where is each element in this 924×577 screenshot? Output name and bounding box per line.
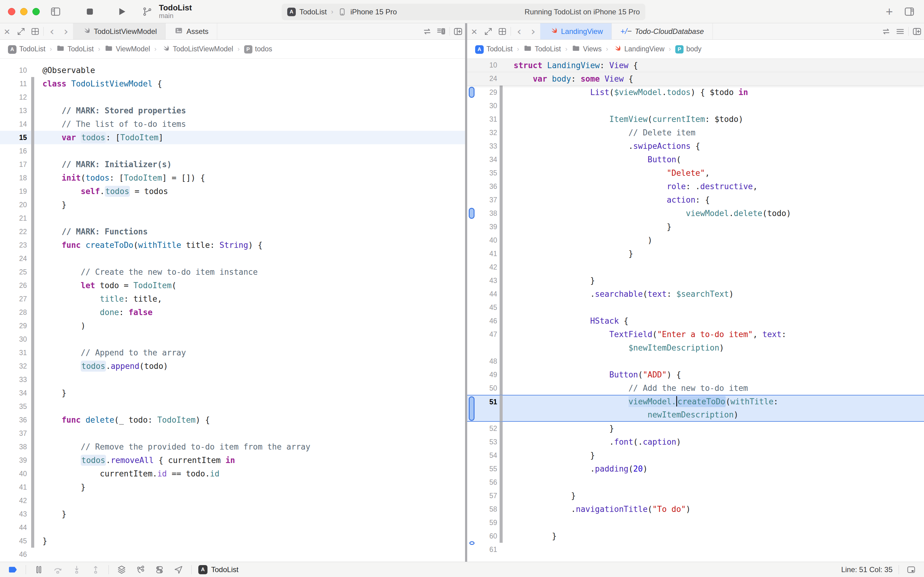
code-text[interactable]: func delete(_ todo: TodoItem) {	[34, 415, 210, 424]
line-number[interactable]: 42	[477, 263, 497, 271]
breakpoint-gutter[interactable]	[467, 489, 477, 503]
line-number[interactable]: 38	[477, 210, 497, 218]
toggle-navigator-sidebar-icon[interactable]	[47, 3, 64, 20]
scheme-selector[interactable]: A TodoList › iPhone 15 Pro Running TodoL…	[282, 4, 646, 20]
breadcrumb-item[interactable]: ViewModel	[105, 44, 150, 55]
breadcrumb-item[interactable]: Views	[572, 44, 602, 55]
line-number[interactable]: 60	[477, 532, 497, 540]
code-line[interactable]: 43 }	[0, 507, 465, 521]
line-number[interactable]: 26	[0, 282, 27, 290]
code-line[interactable]: 15 var todos: [TodoItem]	[0, 131, 465, 144]
breakpoint-gutter[interactable]	[467, 126, 477, 139]
code-line[interactable]: 59	[467, 516, 924, 529]
split-editor-icon[interactable]	[910, 23, 924, 39]
breakpoints-toggle-icon[interactable]	[7, 564, 19, 576]
code-text[interactable]: HStack {	[503, 316, 629, 326]
code-line[interactable]: 49 Button("ADD") {	[467, 368, 924, 381]
line-number[interactable]: 24	[0, 255, 27, 263]
line-number[interactable]: 22	[0, 228, 27, 236]
code-text[interactable]: self.todos = todos	[34, 187, 168, 196]
code-line[interactable]: 45	[467, 301, 924, 314]
code-line[interactable]: 14 // The list of to-do items	[0, 118, 465, 131]
code-line[interactable]: 22 // MARK: Functions	[0, 225, 465, 239]
tab-assets[interactable]: Assets	[166, 23, 217, 39]
line-number[interactable]: 33	[477, 142, 497, 150]
code-text[interactable]: )	[34, 321, 85, 330]
code-text[interactable]: TextField("Enter a to-do item", text:	[503, 330, 786, 339]
breadcrumb-item[interactable]: TodoListViewModel	[161, 44, 233, 55]
code-line[interactable]: 19 self.todos = todos	[0, 185, 465, 198]
code-line[interactable]: 25 // Create the new to-do item instance	[0, 265, 465, 279]
code-line[interactable]: 30	[0, 332, 465, 346]
code-text[interactable]: Button(	[503, 155, 681, 164]
breakpoint-gutter[interactable]	[467, 287, 477, 301]
code-text[interactable]: currentItem.id == todo.id	[34, 469, 219, 478]
code-text[interactable]: @Observable	[34, 66, 95, 75]
breadcrumb-item[interactable]: TodoList	[523, 44, 561, 55]
breakpoint-gutter[interactable]	[467, 449, 477, 462]
code-text[interactable]: }	[503, 222, 671, 231]
breakpoint-gutter[interactable]	[467, 422, 477, 435]
code-text[interactable]: }	[34, 536, 47, 546]
line-number[interactable]: 46	[477, 317, 497, 325]
line-number[interactable]: 14	[0, 120, 27, 128]
line-number[interactable]: 16	[0, 147, 27, 155]
breadcrumb-item[interactable]: A TodoList	[475, 45, 513, 54]
code-text[interactable]: done: false	[34, 308, 153, 317]
code-line[interactable]: 56	[467, 475, 924, 489]
line-number[interactable]: 25	[0, 268, 27, 276]
breadcrumb-item[interactable]: P todos	[244, 45, 272, 54]
code-text[interactable]: .font(.caption)	[503, 437, 681, 446]
breakpoint-gutter[interactable]	[467, 503, 477, 516]
code-line[interactable]: newItemDescription)	[467, 408, 924, 422]
code-text[interactable]: }	[503, 249, 633, 258]
code-text[interactable]: init(todos: [TodoItem] = []) {	[34, 173, 205, 182]
breakpoint-gutter[interactable]	[467, 516, 477, 529]
code-line[interactable]: 54 }	[467, 449, 924, 462]
context-line[interactable]: 10 struct LandingView: View {	[467, 59, 924, 72]
scheme-device-name[interactable]: iPhone 15 Pro	[351, 8, 397, 16]
code-line[interactable]: 55 .padding(20)	[467, 462, 924, 475]
code-line[interactable]: 50 // Add the new to-do item	[467, 381, 924, 395]
breakpoint-gutter[interactable]	[467, 341, 477, 355]
tab-todo-clouddatabase[interactable]: +/− Todo-CloudDatabase	[612, 23, 713, 39]
code-text[interactable]: $newItemDescription)	[503, 343, 724, 352]
code-line[interactable]: 39 todos.removeAll { currentItem in	[0, 453, 465, 467]
line-number[interactable]: 24	[477, 74, 497, 83]
line-number[interactable]: 10	[0, 66, 27, 74]
code-text[interactable]: let todo = TodoItem(	[34, 281, 176, 290]
split-editor-icon[interactable]	[451, 23, 465, 39]
line-number[interactable]: 41	[477, 250, 497, 258]
code-line[interactable]: 35	[0, 400, 465, 413]
swap-editor-icon[interactable]	[420, 23, 434, 39]
code-line[interactable]: 28 done: false	[0, 306, 465, 319]
code-line[interactable]: 30	[467, 99, 924, 113]
swap-editor-icon[interactable]	[879, 23, 893, 39]
line-number[interactable]: 27	[0, 295, 27, 303]
breakpoint-gutter[interactable]	[467, 206, 477, 220]
code-line[interactable]: 38 // Remove the provided to-do item fro…	[0, 440, 465, 453]
line-number[interactable]: 33	[0, 376, 27, 384]
line-number[interactable]: 28	[0, 308, 27, 317]
code-line[interactable]: 26 let todo = TodoItem(	[0, 279, 465, 292]
code-text[interactable]: // Append to the array	[34, 348, 186, 357]
line-number[interactable]: 12	[0, 93, 27, 102]
code-line[interactable]: 24	[0, 252, 465, 265]
line-number[interactable]: 31	[0, 349, 27, 357]
code-line[interactable]: 39 }	[467, 220, 924, 234]
code-line[interactable]: 58 .navigationTitle("To do")	[467, 503, 924, 516]
step-over-icon[interactable]	[52, 564, 64, 576]
code-line[interactable]: 16	[0, 144, 465, 158]
line-number[interactable]: 53	[477, 438, 497, 446]
code-text[interactable]: // Create the new to-do item instance	[34, 268, 258, 277]
line-number[interactable]: 43	[477, 277, 497, 285]
editor-layout-icon[interactable]	[495, 23, 509, 39]
line-number[interactable]: 56	[477, 478, 497, 487]
code-text[interactable]: // The list of to-do items	[34, 119, 186, 129]
line-number[interactable]: 23	[0, 241, 27, 249]
line-number[interactable]: 29	[0, 322, 27, 330]
code-line[interactable]: 41 }	[467, 247, 924, 260]
code-text[interactable]: func createToDo(withTitle title: String)…	[34, 240, 262, 250]
line-number[interactable]: 61	[477, 546, 497, 554]
close-editor-icon[interactable]: ×	[467, 23, 481, 39]
